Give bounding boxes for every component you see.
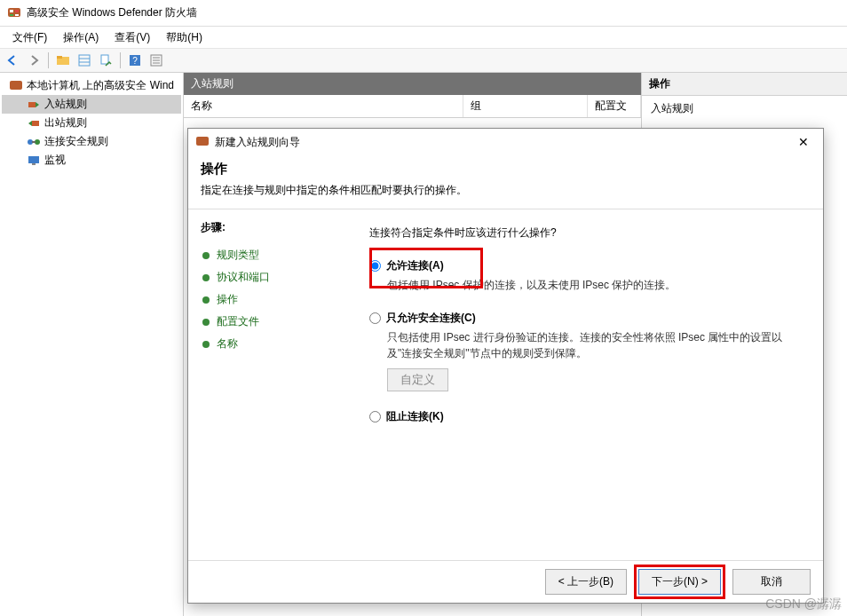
connsec-icon <box>27 135 41 149</box>
wizard-header: 操作 指定在连接与规则中指定的条件相匹配时要执行的操作。 <box>188 155 823 209</box>
menubar: 文件(F) 操作(A) 查看(V) 帮助(H) <box>0 27 847 48</box>
bullet-icon <box>201 250 211 261</box>
wizard-question: 连接符合指定条件时应该进行什么操作? <box>369 225 802 241</box>
bullet-icon <box>201 339 211 350</box>
menu-help[interactable]: 帮助(H) <box>159 28 210 47</box>
svg-rect-25 <box>196 137 209 146</box>
step-profile[interactable]: 配置文件 <box>201 311 341 333</box>
option-allow: 允许连接(A) 包括使用 IPsec 保护的连接，以及未使用 IPsec 保护的… <box>369 258 802 293</box>
svg-rect-6 <box>57 56 62 59</box>
svg-rect-1 <box>10 10 13 12</box>
forward-icon[interactable] <box>25 51 43 69</box>
details-icon[interactable] <box>147 51 165 69</box>
actions-sub: 入站规则 <box>642 96 847 122</box>
radio-secure[interactable] <box>369 312 381 324</box>
wizard-title: 新建入站规则向导 <box>215 135 300 150</box>
svg-rect-23 <box>28 156 39 163</box>
radio-allow[interactable] <box>369 260 381 272</box>
tree-conn-security[interactable]: 连接安全规则 <box>2 132 181 151</box>
option-secure: 只允许安全连接(C) 只包括使用 IPsec 进行身份验证的连接。连接的安全性将… <box>369 311 802 391</box>
menu-file[interactable]: 文件(F) <box>5 28 54 47</box>
desc-allow: 包括使用 IPsec 保护的连接，以及未使用 IPsec 保护的连接。 <box>387 277 802 293</box>
actions-header: 操作 <box>642 73 847 96</box>
wizard-dialog: 新建入站规则向导 ✕ 操作 指定在连接与规则中指定的条件相匹配时要执行的操作。 … <box>187 128 824 604</box>
bullet-icon <box>201 295 211 305</box>
monitor-icon <box>27 154 41 168</box>
svg-point-29 <box>202 319 210 326</box>
menu-action[interactable]: 操作(A) <box>56 28 106 47</box>
wizard-footer: < 上一步(B) 下一步(N) > 取消 <box>188 560 823 603</box>
svg-rect-7 <box>79 55 90 66</box>
export-icon[interactable] <box>97 51 115 69</box>
option-block: 阻止连接(K) <box>369 409 802 424</box>
wizard-heading: 操作 <box>201 161 811 178</box>
bullet-icon <box>201 272 211 283</box>
back-button[interactable]: < 上一步(B) <box>545 569 627 595</box>
toolbar: ? <box>0 48 847 73</box>
cancel-button[interactable]: 取消 <box>732 569 811 595</box>
desc-secure: 只包括使用 IPsec 进行身份验证的连接。连接的安全性将依照 IPsec 属性… <box>387 329 802 361</box>
svg-rect-17 <box>10 81 22 90</box>
svg-point-27 <box>202 274 210 281</box>
nav-tree: 本地计算机 上的高级安全 Wind 入站规则 出站规则 连接安全规则 监视 <box>0 73 184 616</box>
svg-rect-4 <box>15 14 19 16</box>
shield-icon <box>9 79 23 93</box>
toolbar-separator <box>48 52 49 68</box>
svg-rect-18 <box>28 102 36 107</box>
svg-text:?: ? <box>132 56 138 66</box>
help-icon[interactable]: ? <box>126 51 144 69</box>
svg-point-30 <box>202 341 210 348</box>
next-button[interactable]: 下一步(N) > <box>638 569 721 595</box>
label-allow[interactable]: 允许连接(A) <box>386 258 444 273</box>
col-group[interactable]: 组 <box>463 95 588 117</box>
col-profile[interactable]: 配置文 <box>588 95 641 117</box>
inbound-icon <box>27 98 41 112</box>
radio-block[interactable] <box>369 411 381 423</box>
label-secure[interactable]: 只允许安全连接(C) <box>386 311 476 326</box>
tree-root[interactable]: 本地计算机 上的高级安全 Wind <box>2 76 181 95</box>
list-columns: 名称 组 配置文 <box>184 95 641 118</box>
wizard-main: 连接符合指定条件时应该进行什么操作? 允许连接(A) 包括使用 IPsec 保护… <box>348 209 823 560</box>
close-icon[interactable]: ✕ <box>791 132 816 152</box>
wizard-body: 步骤: 规则类型 协议和端口 操作 配置文件 名称 连接符合指定条件时应该进行什… <box>188 209 823 560</box>
highlight-next: 下一步(N) > <box>634 565 725 599</box>
app-icon <box>7 6 21 20</box>
svg-rect-2 <box>15 10 19 12</box>
label-block[interactable]: 阻止连接(K) <box>386 409 444 424</box>
tree-monitor[interactable]: 监视 <box>2 151 181 170</box>
wizard-icon <box>195 135 210 149</box>
wizard-titlebar: 新建入站规则向导 ✕ <box>188 129 823 155</box>
custom-button: 自定义 <box>387 368 448 391</box>
step-action[interactable]: 操作 <box>201 288 341 311</box>
list-icon[interactable] <box>75 51 93 69</box>
col-name[interactable]: 名称 <box>184 95 463 117</box>
svg-point-26 <box>202 252 210 259</box>
window-titlebar: 高级安全 Windows Defender 防火墙 <box>0 0 847 27</box>
bullet-icon <box>201 317 211 328</box>
step-protocol[interactable]: 协议和端口 <box>201 266 341 288</box>
list-header: 入站规则 <box>184 73 641 95</box>
svg-point-28 <box>202 296 210 304</box>
toolbar-separator <box>120 52 121 68</box>
back-icon[interactable] <box>4 51 21 69</box>
window-title: 高级安全 Windows Defender 防火墙 <box>27 5 197 20</box>
folder-icon[interactable] <box>54 51 72 69</box>
outbound-icon <box>27 116 41 130</box>
tree-outbound-rules[interactable]: 出站规则 <box>2 114 181 132</box>
svg-rect-19 <box>32 121 39 126</box>
tree-inbound-rules[interactable]: 入站规则 <box>2 95 181 114</box>
svg-rect-10 <box>101 55 108 64</box>
svg-rect-24 <box>32 163 36 165</box>
svg-rect-3 <box>10 14 13 16</box>
wizard-subheading: 指定在连接与规则中指定的条件相匹配时要执行的操作。 <box>201 183 811 198</box>
wizard-steps: 步骤: 规则类型 协议和端口 操作 配置文件 名称 <box>188 209 348 560</box>
steps-header: 步骤: <box>201 220 341 235</box>
step-name[interactable]: 名称 <box>201 333 341 355</box>
step-rule-type[interactable]: 规则类型 <box>201 244 341 266</box>
menu-view[interactable]: 查看(V) <box>107 28 157 47</box>
